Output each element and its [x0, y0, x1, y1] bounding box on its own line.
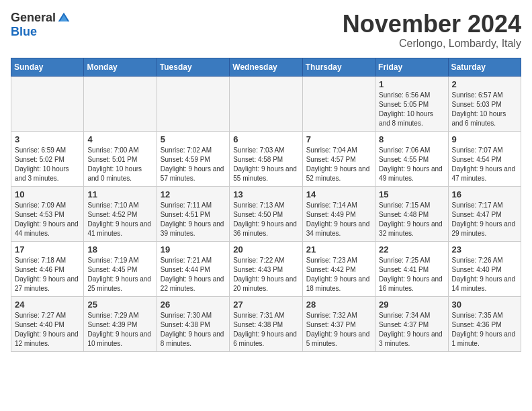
day-info: Sunrise: 7:13 AM Sunset: 4:50 PM Dayligh…	[233, 201, 298, 238]
logo-blue: Blue	[11, 25, 37, 39]
day-info: Sunrise: 7:29 AM Sunset: 4:39 PM Dayligh…	[87, 311, 152, 349]
day-number: 22	[379, 244, 444, 255]
table-row: 22Sunrise: 7:25 AM Sunset: 4:41 PM Dayli…	[375, 241, 448, 296]
day-number: 28	[306, 300, 371, 310]
day-info: Sunrise: 7:00 AM Sunset: 5:01 PM Dayligh…	[87, 146, 152, 183]
table-row	[11, 76, 84, 131]
table-row: 5Sunrise: 7:02 AM Sunset: 4:59 PM Daylig…	[157, 131, 229, 186]
day-number: 21	[306, 244, 371, 255]
table-row: 18Sunrise: 7:19 AM Sunset: 4:45 PM Dayli…	[84, 241, 157, 296]
day-number: 23	[452, 244, 517, 255]
day-number: 26	[161, 300, 226, 310]
day-info: Sunrise: 7:02 AM Sunset: 4:59 PM Dayligh…	[161, 146, 226, 183]
table-row: 11Sunrise: 7:10 AM Sunset: 4:52 PM Dayli…	[84, 186, 157, 241]
table-row: 12Sunrise: 7:11 AM Sunset: 4:51 PM Dayli…	[157, 186, 229, 241]
day-number: 29	[379, 300, 444, 310]
table-row: 24Sunrise: 7:27 AM Sunset: 4:40 PM Dayli…	[11, 296, 84, 351]
table-row: 9Sunrise: 7:07 AM Sunset: 4:54 PM Daylig…	[448, 131, 521, 186]
table-row: 6Sunrise: 7:03 AM Sunset: 4:58 PM Daylig…	[230, 131, 302, 186]
day-number: 4	[87, 134, 152, 144]
day-info: Sunrise: 7:21 AM Sunset: 4:44 PM Dayligh…	[161, 256, 226, 293]
table-row: 29Sunrise: 7:34 AM Sunset: 4:37 PM Dayli…	[375, 296, 448, 351]
day-info: Sunrise: 7:11 AM Sunset: 4:51 PM Dayligh…	[161, 201, 226, 238]
day-info: Sunrise: 7:17 AM Sunset: 4:47 PM Dayligh…	[452, 201, 517, 238]
day-number: 8	[379, 134, 444, 144]
day-info: Sunrise: 7:26 AM Sunset: 4:40 PM Dayligh…	[452, 256, 517, 293]
header-friday: Friday	[375, 58, 448, 76]
table-row: 1Sunrise: 6:56 AM Sunset: 5:05 PM Daylig…	[375, 76, 448, 131]
day-info: Sunrise: 6:56 AM Sunset: 5:05 PM Dayligh…	[379, 91, 444, 128]
table-row: 17Sunrise: 7:18 AM Sunset: 4:46 PM Dayli…	[11, 241, 84, 296]
day-number: 11	[87, 189, 152, 199]
day-number: 6	[233, 134, 298, 144]
day-number: 27	[233, 300, 298, 310]
day-info: Sunrise: 7:03 AM Sunset: 4:58 PM Dayligh…	[233, 146, 298, 183]
table-row: 4Sunrise: 7:00 AM Sunset: 5:01 PM Daylig…	[84, 131, 157, 186]
day-info: Sunrise: 7:06 AM Sunset: 4:55 PM Dayligh…	[379, 146, 444, 183]
day-info: Sunrise: 7:10 AM Sunset: 4:52 PM Dayligh…	[87, 201, 152, 238]
header-saturday: Saturday	[448, 58, 521, 76]
table-row: 10Sunrise: 7:09 AM Sunset: 4:53 PM Dayli…	[11, 186, 84, 241]
day-info: Sunrise: 7:25 AM Sunset: 4:41 PM Dayligh…	[379, 256, 444, 293]
day-info: Sunrise: 7:31 AM Sunset: 4:38 PM Dayligh…	[233, 311, 298, 349]
day-info: Sunrise: 6:59 AM Sunset: 5:02 PM Dayligh…	[15, 146, 80, 183]
logo: General Blue	[11, 11, 71, 39]
day-info: Sunrise: 7:15 AM Sunset: 4:48 PM Dayligh…	[379, 201, 444, 238]
day-info: Sunrise: 7:32 AM Sunset: 4:37 PM Dayligh…	[306, 311, 371, 349]
day-number: 24	[15, 300, 80, 310]
table-row: 27Sunrise: 7:31 AM Sunset: 4:38 PM Dayli…	[230, 296, 302, 351]
table-row	[84, 76, 157, 131]
day-number: 19	[161, 244, 226, 255]
day-info: Sunrise: 7:09 AM Sunset: 4:53 PM Dayligh…	[15, 201, 80, 238]
header-monday: Monday	[84, 58, 157, 76]
day-number: 20	[233, 244, 298, 255]
header-wednesday: Wednesday	[230, 58, 302, 76]
title-section: November 2024 Cerlongo, Lombardy, Italy	[343, 11, 521, 50]
table-row: 3Sunrise: 6:59 AM Sunset: 5:02 PM Daylig…	[11, 131, 84, 186]
day-number: 14	[306, 189, 371, 199]
header-thursday: Thursday	[302, 58, 375, 76]
table-row: 7Sunrise: 7:04 AM Sunset: 4:57 PM Daylig…	[302, 131, 375, 186]
table-row: 21Sunrise: 7:23 AM Sunset: 4:42 PM Dayli…	[302, 241, 375, 296]
day-number: 18	[87, 244, 152, 255]
day-number: 13	[233, 189, 298, 199]
day-number: 30	[452, 300, 517, 310]
table-row: 30Sunrise: 7:35 AM Sunset: 4:36 PM Dayli…	[448, 296, 521, 351]
day-info: Sunrise: 7:19 AM Sunset: 4:45 PM Dayligh…	[87, 256, 152, 293]
day-info: Sunrise: 7:18 AM Sunset: 4:46 PM Dayligh…	[15, 256, 80, 293]
table-row	[230, 76, 302, 131]
day-info: Sunrise: 7:23 AM Sunset: 4:42 PM Dayligh…	[306, 256, 371, 293]
table-row: 25Sunrise: 7:29 AM Sunset: 4:39 PM Dayli…	[84, 296, 157, 351]
day-number: 12	[161, 189, 226, 199]
day-number: 10	[15, 189, 80, 199]
day-number: 7	[306, 134, 371, 144]
day-number: 2	[452, 79, 517, 89]
table-row: 26Sunrise: 7:30 AM Sunset: 4:38 PM Dayli…	[157, 296, 229, 351]
day-info: Sunrise: 6:57 AM Sunset: 5:03 PM Dayligh…	[452, 91, 517, 128]
table-row	[302, 76, 375, 131]
day-info: Sunrise: 7:34 AM Sunset: 4:37 PM Dayligh…	[379, 311, 444, 349]
day-info: Sunrise: 7:35 AM Sunset: 4:36 PM Dayligh…	[452, 311, 517, 349]
table-row: 8Sunrise: 7:06 AM Sunset: 4:55 PM Daylig…	[375, 131, 448, 186]
table-row: 16Sunrise: 7:17 AM Sunset: 4:47 PM Dayli…	[448, 186, 521, 241]
calendar-table: Sunday Monday Tuesday Wednesday Thursday…	[11, 58, 521, 352]
table-row	[157, 76, 229, 131]
location-subtitle: Cerlongo, Lombardy, Italy	[343, 38, 521, 50]
day-info: Sunrise: 7:14 AM Sunset: 4:49 PM Dayligh…	[306, 201, 371, 238]
day-info: Sunrise: 7:22 AM Sunset: 4:43 PM Dayligh…	[233, 256, 298, 293]
calendar-week-row: 10Sunrise: 7:09 AM Sunset: 4:53 PM Dayli…	[11, 186, 521, 241]
table-row: 19Sunrise: 7:21 AM Sunset: 4:44 PM Dayli…	[157, 241, 229, 296]
day-info: Sunrise: 7:04 AM Sunset: 4:57 PM Dayligh…	[306, 146, 371, 183]
table-row: 14Sunrise: 7:14 AM Sunset: 4:49 PM Dayli…	[302, 186, 375, 241]
day-number: 15	[379, 189, 444, 199]
table-row: 20Sunrise: 7:22 AM Sunset: 4:43 PM Dayli…	[230, 241, 302, 296]
header-tuesday: Tuesday	[157, 58, 229, 76]
day-number: 9	[452, 134, 517, 144]
logo-general: General	[11, 11, 56, 25]
day-number: 16	[452, 189, 517, 199]
day-number: 5	[161, 134, 226, 144]
day-number: 25	[87, 300, 152, 310]
table-row: 2Sunrise: 6:57 AM Sunset: 5:03 PM Daylig…	[448, 76, 521, 131]
calendar-week-row: 1Sunrise: 6:56 AM Sunset: 5:05 PM Daylig…	[11, 76, 521, 131]
calendar-week-row: 17Sunrise: 7:18 AM Sunset: 4:46 PM Dayli…	[11, 241, 521, 296]
